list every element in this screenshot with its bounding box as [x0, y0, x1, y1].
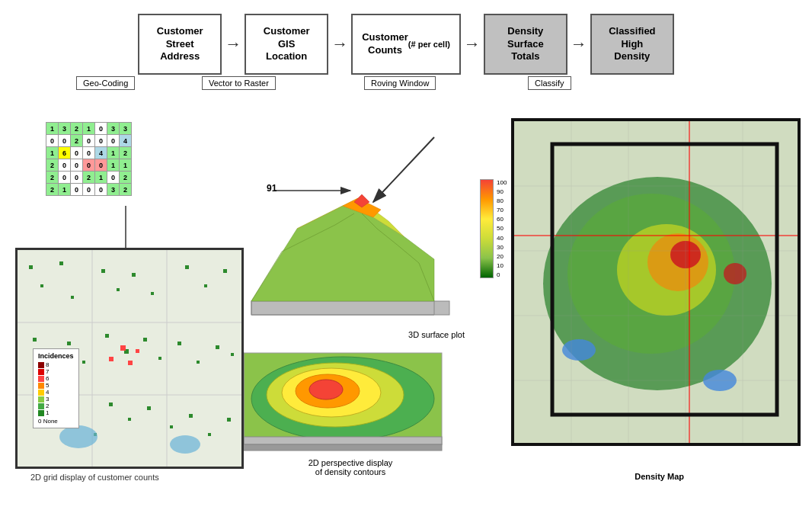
- svg-rect-4: [251, 301, 449, 315]
- plot-2d-label: 2D perspective displayof density contour…: [236, 458, 465, 476]
- flow-box-density-surface: DensitySurfaceTotals: [484, 14, 567, 75]
- svg-rect-34: [185, 265, 189, 269]
- svg-rect-28: [59, 261, 63, 265]
- svg-point-17: [309, 380, 343, 399]
- svg-rect-55: [147, 406, 151, 410]
- map-2d-caption: 2D grid display of customer counts: [30, 473, 159, 482]
- svg-rect-27: [40, 284, 43, 287]
- flow-box-customer-gis: CustomerGISLocation: [245, 14, 328, 75]
- flow-box-customer-street: CustomerStreetAddress: [138, 14, 222, 75]
- arrow-3: →: [464, 34, 481, 54]
- svg-rect-53: [109, 403, 113, 406]
- svg-rect-61: [128, 361, 133, 365]
- svg-rect-29: [71, 296, 74, 299]
- flowchart: CustomerStreetAddress → CustomerGISLocat…: [8, 14, 804, 75]
- main-container: CustomerStreetAddress → CustomerGISLocat…: [0, 0, 812, 526]
- svg-rect-54: [128, 418, 131, 421]
- scale-labels: 100 90 80 70 60 50 40 30 20 10 0: [497, 179, 507, 278]
- svg-rect-36: [223, 269, 227, 273]
- svg-rect-46: [197, 361, 200, 364]
- svg-point-72: [724, 263, 746, 284]
- plot-2d-container: 2D perspective displayof density contour…: [236, 345, 465, 476]
- svg-rect-59: [227, 418, 231, 422]
- color-scale-bar: [480, 179, 494, 278]
- density-map-label: Density Map: [635, 472, 684, 481]
- label-vector-to-raster: Vector to Raster: [202, 76, 276, 90]
- svg-rect-33: [151, 292, 154, 295]
- svg-rect-48: [231, 353, 234, 356]
- svg-rect-63: [136, 349, 139, 353]
- svg-rect-35: [204, 284, 207, 287]
- flow-box-classified-high: ClassifiedHighDensity: [590, 14, 674, 75]
- svg-rect-40: [82, 361, 85, 364]
- label-classify: Classify: [528, 76, 571, 90]
- label-geo-coding: Geo-Coding: [76, 76, 135, 90]
- surface-plot-container: 3D surface plot: [236, 183, 465, 476]
- svg-rect-32: [132, 273, 136, 277]
- svg-rect-37: [33, 338, 37, 342]
- plot-3d-label: 3D surface plot: [236, 330, 465, 339]
- surface-3d-svg: [236, 183, 465, 324]
- density-map: [511, 118, 801, 446]
- svg-rect-60: [120, 345, 126, 351]
- flow-box-customer-counts: CustomerCounts(# per cell): [351, 14, 461, 75]
- svg-rect-39: [67, 342, 71, 345]
- svg-rect-56: [170, 425, 173, 428]
- color-scale-container: 100 90 80 70 60 50 40 30 20 10 0: [480, 179, 507, 278]
- svg-point-64: [59, 425, 98, 448]
- svg-rect-20: [236, 444, 442, 451]
- density-map-inner: [514, 121, 798, 443]
- connector-section: Geo-Coding Vector to Raster Roving Windo…: [8, 76, 804, 103]
- svg-rect-62: [109, 357, 113, 361]
- svg-rect-18: [244, 437, 442, 444]
- svg-rect-31: [117, 288, 120, 291]
- map-2d-inner: Incidences 8 7 6 5 4 3 2 1 0 None: [18, 250, 241, 467]
- svg-rect-47: [216, 345, 219, 349]
- map-2d: Incidences 8 7 6 5 4 3 2 1 0 None: [15, 248, 244, 469]
- lower-section: 1321033002000416004122000011200210221000…: [8, 111, 804, 484]
- svg-rect-41: [105, 334, 109, 338]
- svg-rect-43: [143, 338, 147, 342]
- svg-rect-30: [101, 269, 105, 273]
- svg-rect-26: [29, 265, 33, 269]
- label-roving-window: Roving Window: [364, 76, 436, 90]
- svg-rect-58: [208, 433, 211, 436]
- arrow-1: →: [225, 34, 241, 54]
- density-map-svg: [514, 121, 801, 446]
- arrow-2: →: [331, 34, 348, 54]
- svg-rect-45: [177, 342, 181, 345]
- svg-point-73: [562, 339, 596, 361]
- arrow-4: →: [571, 34, 587, 54]
- grid-matrix: 1321033002000416004122000011200210221000…: [46, 122, 137, 196]
- surface-2d-svg: [236, 345, 449, 452]
- legend-box: Incidences 8 7 6 5 4 3 2 1 0 None: [33, 348, 79, 428]
- svg-rect-44: [158, 357, 161, 360]
- svg-point-65: [170, 435, 200, 454]
- svg-rect-57: [189, 414, 193, 418]
